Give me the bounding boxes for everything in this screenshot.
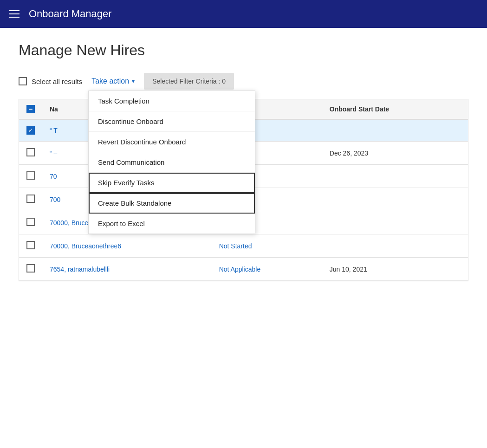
dropdown-item-task-completion[interactable]: Task Completion [89, 91, 255, 111]
row-checkbox-cell[interactable] [19, 165, 42, 188]
hamburger-menu[interactable] [9, 10, 19, 18]
dropdown-item-discontinue-onboard[interactable]: Discontinue Onboard [89, 111, 255, 132]
header-checkbox-col: − [19, 99, 42, 119]
dropdown-item-export-to-excel[interactable]: Export to Excel [89, 214, 255, 234]
row-status-cell: Not Started [212, 234, 322, 258]
dropdown-item-create-bulk-standalone[interactable]: Create Bulk Standalone [89, 193, 255, 214]
chevron-down-icon: ▾ [132, 78, 135, 84]
row-status-cell: Not Applicable [212, 258, 322, 281]
row-name-link[interactable]: 7654, ratnamalubellli [50, 266, 110, 273]
row-date-cell [322, 188, 468, 211]
row-date-cell [322, 234, 468, 258]
row-date-cell [322, 119, 468, 142]
table-row: 7654, ratnamalubellli Not Applicable Jun… [19, 258, 468, 281]
app-title: Onboard Manager [29, 8, 112, 20]
row-date-cell: Jun 10, 2021 [322, 258, 468, 281]
take-action-label: Take action [91, 77, 129, 85]
row-checkbox-checked[interactable]: ✓ [26, 126, 35, 135]
row-status: Not Started [219, 242, 252, 250]
row-name-link[interactable]: “ T [50, 127, 58, 134]
page-title: Manage New Hires [19, 42, 468, 59]
take-action-dropdown: Task Completion Discontinue Onboard Reve… [88, 91, 255, 234]
header-onboard-start-date: Onboard Start Date [322, 99, 468, 119]
row-date-cell [322, 211, 468, 234]
row-checkbox-cell[interactable] [19, 142, 42, 165]
row-checkbox-cell[interactable] [19, 234, 42, 258]
row-name-link[interactable]: 70 [50, 173, 57, 180]
row-checkbox-empty[interactable] [26, 148, 35, 156]
row-checkbox-empty[interactable] [26, 195, 35, 203]
row-name-cell: 7654, ratnamalubellli [42, 258, 212, 281]
select-all-checkbox[interactable] [19, 77, 27, 85]
row-name-link[interactable]: 70000, Bruceaonethree6 [50, 242, 121, 250]
take-action-button[interactable]: Take action ▾ [91, 77, 135, 85]
row-checkbox-empty[interactable] [26, 171, 35, 180]
dropdown-item-skip-everify[interactable]: Skip Everify Tasks [89, 173, 255, 193]
dropdown-item-send-communication[interactable]: Send Communication [89, 152, 255, 173]
filter-criteria-button[interactable]: Selected Filter Criteria : 0 [144, 73, 234, 90]
row-name-link[interactable]: 700 [50, 196, 60, 203]
row-name-cell: 70000, Bruceaonethree6 [42, 234, 212, 258]
dropdown-item-revert-discontinue[interactable]: Revert Discontinue Onboard [89, 132, 255, 152]
select-all-wrapper: Select all results [19, 77, 82, 85]
navbar: Onboard Manager [0, 0, 487, 28]
row-checkbox-cell[interactable] [19, 211, 42, 234]
toolbar: Select all results Take action ▾ Selecte… [19, 73, 468, 90]
row-checkbox-cell[interactable] [19, 188, 42, 211]
row-checkbox-cell[interactable] [19, 258, 42, 281]
row-checkbox-empty[interactable] [26, 218, 35, 226]
row-checkbox-empty[interactable] [26, 264, 35, 273]
row-checkbox-cell[interactable]: ✓ [19, 119, 42, 142]
row-date-cell [322, 165, 468, 188]
row-checkbox-empty[interactable] [26, 241, 35, 249]
row-date-cell: Dec 26, 2023 [322, 142, 468, 165]
select-all-label: Select all results [32, 78, 82, 85]
table-row: 70000, Bruceaonethree6 Not Started [19, 234, 468, 258]
header-checkbox-minus[interactable]: − [26, 105, 35, 113]
row-name-link[interactable]: “ – [50, 149, 57, 157]
main-content: Manage New Hires Select all results Take… [0, 28, 487, 295]
row-status: Not Applicable [219, 266, 261, 273]
